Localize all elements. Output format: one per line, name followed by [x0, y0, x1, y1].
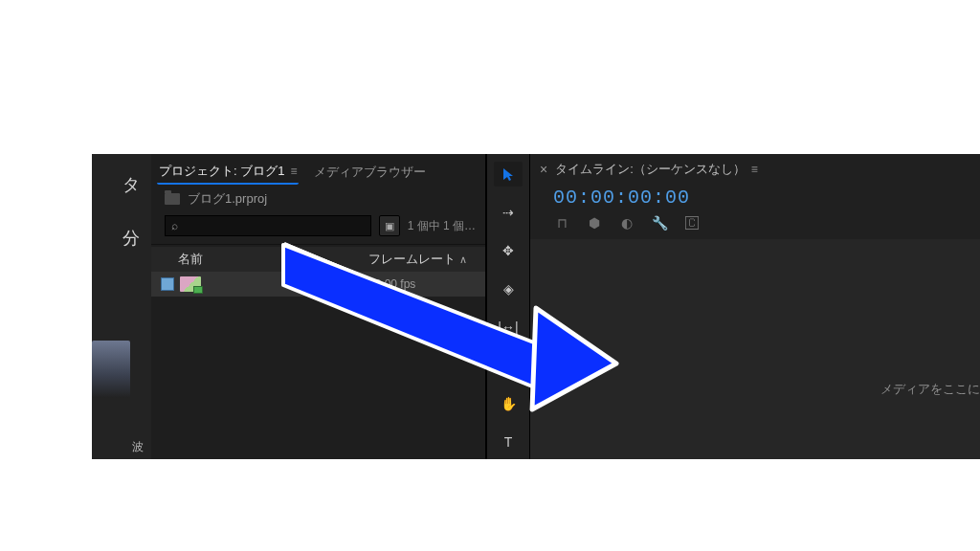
search-input[interactable]: ⌕: [165, 215, 371, 236]
timeline-panel: × タイムライン:（シーケンスなし） ≡ 00:00:00:00 ⊓ ⬢ ◐ 🔧…: [530, 154, 980, 459]
selection-tool[interactable]: [494, 162, 523, 187]
timeline-toolbar: ⊓ ⬢ ◐ 🔧 🄲: [530, 210, 980, 239]
type-tool[interactable]: T: [494, 430, 523, 454]
new-bin-icon: ▣: [385, 220, 394, 232]
app-window-crop: タ 分 波 プロジェクト: ブログ1 ≡ メディアブラウザー ブログ1.prpr…: [92, 154, 980, 459]
timeline-drop-hint: メディアをここに: [880, 381, 980, 398]
timeline-title-text: タイムライン:（シーケンスなし）: [555, 161, 746, 178]
left-cropped-column: タ 分 波: [92, 154, 151, 459]
project-panel: プロジェクト: ブログ1 ≡ メディアブラウザー ブログ1.prproj ⌕ ▣…: [151, 154, 486, 459]
sort-caret-icon: ∧: [459, 253, 467, 266]
rate-stretch-tool[interactable]: ◈: [494, 276, 523, 301]
tab-media-browser[interactable]: メディアブラウザー: [312, 161, 428, 184]
item-count-label: 1 個中 1 個…: [408, 218, 476, 234]
pen-tool[interactable]: ✒: [494, 353, 523, 378]
ripple-edit-tool[interactable]: ✥: [494, 238, 523, 263]
captions-icon[interactable]: 🄲: [683, 214, 701, 231]
column-header-name[interactable]: 名前: [178, 251, 368, 268]
sliver-text-2: 分: [92, 227, 151, 250]
tab-project-label: プロジェクト: ブログ1: [159, 163, 284, 180]
timeline-title[interactable]: タイムライン:（シーケンスなし） ≡: [555, 161, 758, 178]
search-icon: ⌕: [171, 219, 178, 232]
sliver-thumbnail: [92, 341, 130, 398]
tab-project[interactable]: プロジェクト: ブログ1 ≡: [157, 160, 299, 185]
tool-strip: ⇢ ✥ ◈ |↔| ✒ ✋ T: [486, 154, 530, 459]
timeline-timecode[interactable]: 00:00:00:00: [530, 181, 980, 210]
slip-tool[interactable]: |↔|: [494, 315, 523, 340]
sliver-bottom-text: 波: [132, 439, 144, 455]
settings-icon[interactable]: 🔧: [651, 214, 668, 231]
tab-media-browser-label: メディアブラウザー: [314, 164, 426, 181]
link-icon[interactable]: ◐: [618, 214, 635, 231]
panel-menu-icon[interactable]: ≡: [290, 165, 297, 178]
hand-tool[interactable]: ✋: [494, 391, 523, 416]
row-checkbox[interactable]: [161, 277, 174, 291]
project-search-row: ⌕ ▣ 1 個中 1 個…: [151, 211, 485, 242]
bin-icon: [165, 193, 180, 205]
timeline-header: × タイムライン:（シーケンスなし） ≡: [530, 154, 980, 181]
marker-icon[interactable]: ⬢: [586, 214, 603, 231]
project-list-header: 名前 フレームレート ∧: [151, 247, 485, 272]
svg-marker-0: [503, 168, 513, 181]
new-bin-button[interactable]: ▣: [379, 215, 400, 236]
divider: [151, 244, 485, 245]
timeline-panel-menu-icon[interactable]: ≡: [751, 163, 758, 176]
timeline-close-button[interactable]: ×: [540, 162, 547, 177]
row-fps: 30.00 fps: [368, 277, 476, 291]
column-fps-label: フレームレート: [368, 251, 456, 268]
project-panel-tabs: プロジェクト: ブログ1 ≡ メディアブラウザー: [151, 158, 485, 185]
sliver-text-1: タ: [92, 173, 151, 196]
snap-icon[interactable]: ⊓: [553, 214, 570, 231]
timeline-track-area[interactable]: メディアをここに: [530, 239, 980, 459]
column-header-fps[interactable]: フレームレート ∧: [368, 251, 476, 268]
project-file-name: ブログ1.prproj: [188, 190, 267, 208]
project-list-row[interactable]: 30.00 fps: [151, 272, 485, 297]
project-file-row: ブログ1.prproj: [151, 185, 485, 211]
track-select-tool[interactable]: ⇢: [494, 200, 523, 225]
sequence-icon: [180, 276, 201, 292]
